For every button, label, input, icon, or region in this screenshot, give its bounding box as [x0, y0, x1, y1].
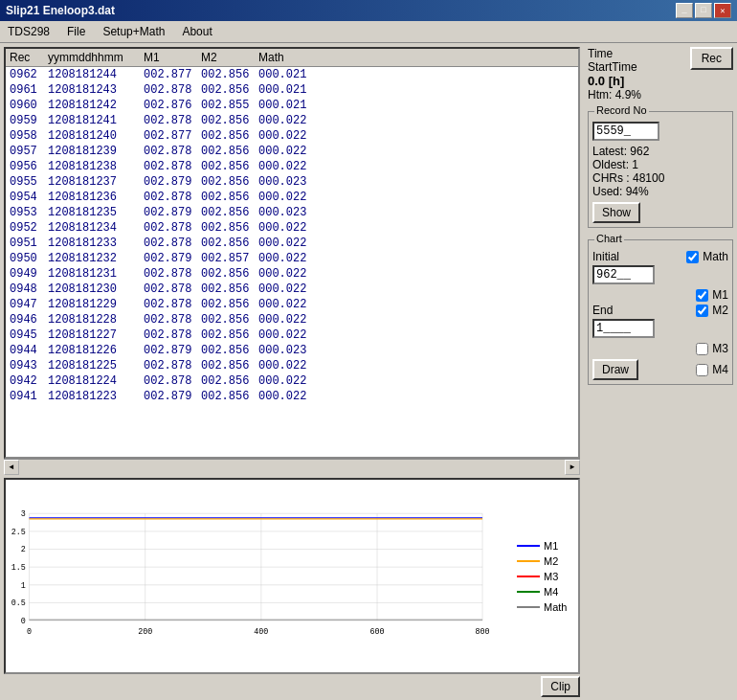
table-cell: 000.021 — [258, 83, 316, 97]
svg-text:400: 400 — [254, 627, 268, 637]
show-button[interactable]: Show — [592, 202, 640, 223]
table-cell: 1208181236 — [48, 191, 144, 204]
minimize-button[interactable]: _ — [676, 3, 693, 18]
table-cell: 002.878 — [144, 237, 201, 250]
table-cell: 000.022 — [258, 114, 316, 127]
table-cell: 0945 — [10, 328, 48, 342]
clip-button[interactable]: Clip — [541, 676, 580, 697]
m4-checkbox[interactable] — [696, 364, 708, 376]
legend-m4-label: M4 — [544, 586, 558, 598]
table-cell: 002.856 — [201, 145, 258, 158]
table-cell: 002.877 — [144, 129, 201, 143]
table-cell: 002.879 — [144, 390, 201, 403]
svg-text:0.5: 0.5 — [11, 598, 26, 608]
close-button[interactable]: ✕ — [714, 3, 731, 18]
chart-group-title: Chart — [594, 233, 624, 244]
table-row: 09551208181237002.879002.856000.023 — [6, 174, 578, 190]
menu-bar: TDS298 File Setup+Math About — [0, 21, 737, 43]
svg-text:800: 800 — [475, 627, 489, 637]
menu-setupmath[interactable]: Setup+Math — [99, 23, 168, 40]
m3-checkbox[interactable] — [696, 343, 708, 355]
table-cell: 1208181240 — [48, 129, 144, 143]
table-cell: 002.856 — [201, 83, 258, 97]
clip-row: Clip — [4, 676, 580, 697]
window-controls[interactable]: _ □ ✕ — [676, 3, 731, 18]
col-m2: M2 — [201, 51, 258, 64]
initial-input[interactable] — [592, 265, 655, 284]
table-cell: 1208181226 — [48, 344, 144, 357]
table-cell: 0942 — [10, 374, 48, 388]
record-no-input[interactable] — [592, 122, 659, 141]
table-cell: 0948 — [10, 282, 48, 296]
table-cell: 002.878 — [144, 313, 201, 327]
table-cell: 002.856 — [201, 282, 258, 296]
legend-m3-label: M3 — [544, 571, 558, 582]
m1-checkbox[interactable] — [696, 289, 708, 302]
table-row: 09521208181234002.878002.856000.022 — [6, 220, 578, 236]
draw-button[interactable]: Draw — [592, 359, 638, 380]
table-cell: 000.023 — [258, 344, 316, 357]
initial-label: Initial — [592, 250, 619, 263]
time-value: 0.0 [h] — [588, 74, 641, 88]
table-cell: 002.878 — [144, 267, 201, 281]
menu-file[interactable]: File — [63, 23, 89, 40]
table-cell: 0959 — [10, 114, 48, 127]
table-cell: 1208181239 — [48, 145, 144, 158]
menu-tds298[interactable]: TDS298 — [4, 23, 54, 40]
table-cell: 1208181223 — [48, 390, 144, 403]
rec-button[interactable]: Rec — [690, 47, 733, 70]
table-cell: 1208181227 — [48, 328, 144, 342]
table-row: 09531208181235002.879002.856000.023 — [6, 205, 578, 220]
chart-svg-container: 3 2.5 2 1.5 1 0.5 0 — [10, 484, 509, 668]
table-row: 09621208181244002.877002.856000.021 — [6, 67, 578, 82]
table-cell: 1208181233 — [48, 237, 144, 250]
record-no-latest: Latest: 962 — [592, 145, 728, 158]
table-row: 09451208181227002.878002.856000.022 — [6, 327, 578, 343]
end-input[interactable] — [592, 319, 655, 338]
table-cell: 1208181244 — [48, 68, 144, 81]
table-row: 09501208181232002.879002.857000.022 — [6, 251, 578, 266]
time-row: Time StartTime 0.0 [h] Htm: 4.9% Rec — [588, 47, 733, 102]
h-scrollbar[interactable]: ◄ ► — [4, 459, 580, 474]
table-cell: 002.856 — [201, 68, 258, 81]
legend-m4-line — [517, 591, 540, 593]
record-no-used: Used: 94% — [592, 185, 728, 198]
table-cell: 000.021 — [258, 99, 316, 112]
table-cell: 1208181224 — [48, 374, 144, 388]
m2-checkbox[interactable] — [696, 305, 708, 317]
menu-about[interactable]: About — [178, 23, 215, 40]
table-cell: 002.856 — [201, 344, 258, 357]
table-row: 09591208181241002.878002.856000.022 — [6, 113, 578, 128]
table-row: 09471208181229002.878002.856000.022 — [6, 297, 578, 312]
table-header: Rec yymmddhhmm M1 M2 Math — [6, 49, 578, 67]
left-panel: Rec yymmddhhmm M1 M2 Math 09621208181244… — [0, 43, 584, 700]
col-m1: M1 — [144, 51, 201, 64]
data-rows[interactable]: 09621208181244002.877002.856000.02109611… — [6, 67, 578, 454]
table-cell: 002.878 — [144, 374, 201, 388]
table-cell: 002.878 — [144, 160, 201, 173]
table-cell: 0960 — [10, 99, 48, 112]
table-cell: 1208181230 — [48, 282, 144, 296]
math-checkbox[interactable] — [686, 251, 699, 263]
table-cell: 0958 — [10, 129, 48, 143]
table-row: 09581208181240002.877002.856000.022 — [6, 128, 578, 144]
time-section: Time StartTime 0.0 [h] Htm: 4.9% Rec — [588, 47, 733, 102]
table-cell: 000.022 — [258, 252, 316, 265]
table-cell: 1208181237 — [48, 175, 144, 189]
legend-m3-line — [517, 576, 540, 577]
table-row: 09611208181243002.878002.856000.021 — [6, 82, 578, 98]
table-cell: 000.022 — [258, 129, 316, 143]
table-cell: 002.856 — [201, 175, 258, 189]
m3-label: M3 — [712, 342, 728, 355]
table-cell: 0954 — [10, 191, 48, 204]
legend-m1-label: M1 — [544, 540, 558, 552]
svg-text:0: 0 — [21, 617, 26, 626]
scroll-right-arrow[interactable]: ► — [565, 460, 580, 475]
table-row: 09561208181238002.878002.856000.022 — [6, 159, 578, 174]
table-row: 09481208181230002.878002.856000.022 — [6, 282, 578, 297]
table-cell: 002.879 — [144, 175, 201, 189]
m3-row: M3 — [592, 342, 728, 355]
maximize-button[interactable]: □ — [695, 3, 712, 18]
table-row: 09541208181236002.878002.856000.022 — [6, 190, 578, 205]
scroll-left-arrow[interactable]: ◄ — [4, 460, 19, 475]
